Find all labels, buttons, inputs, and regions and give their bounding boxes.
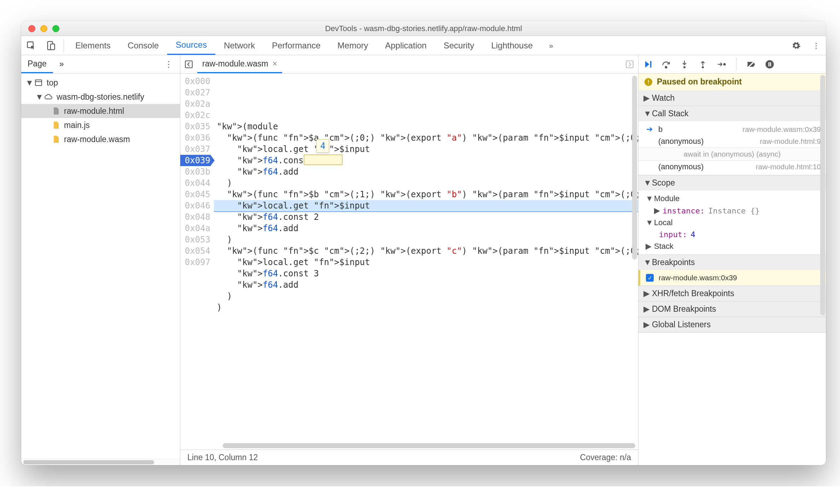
breakpoint-label: raw-module.wasm:0x39 <box>659 274 737 282</box>
section-xhr-header[interactable]: ▶XHR/fetch Breakpoints <box>638 286 826 301</box>
tree-top[interactable]: ▼ top <box>21 76 180 90</box>
chevron-down-icon: ▼ <box>25 78 30 88</box>
section-dom-header[interactable]: ▶DOM Breakpoints <box>638 301 826 317</box>
svg-rect-3 <box>35 80 42 86</box>
svg-rect-18 <box>648 83 649 84</box>
debugger-content: Paused on breakpoint ▶Watch ▼Call Stack … <box>638 74 826 465</box>
scope-local[interactable]: ▼Local <box>638 217 826 229</box>
sidebar-hscroll[interactable] <box>21 459 180 465</box>
device-toggle-icon[interactable] <box>41 41 61 51</box>
chevron-down-icon: ▼ <box>35 92 40 102</box>
section-callstack-header[interactable]: ▼Call Stack <box>638 106 826 121</box>
cloud-icon <box>44 92 53 101</box>
section-breakpoints: ▼Breakpoints ✓ raw-module.wasm:0x39 <box>638 255 826 286</box>
section-global-header[interactable]: ▶Global Listeners <box>638 317 826 332</box>
sidebar-tab-more-icon[interactable]: » <box>53 55 70 73</box>
debugger-panel: Paused on breakpoint ▶Watch ▼Call Stack … <box>638 55 826 465</box>
scope-module[interactable]: ▼Module <box>638 193 826 205</box>
svg-point-8 <box>665 66 667 68</box>
tab-lighthouse[interactable]: Lighthouse <box>483 36 541 55</box>
resume-icon[interactable] <box>642 59 653 70</box>
file-icon <box>51 106 60 116</box>
editor-hscroll[interactable] <box>180 442 638 450</box>
section-watch-header[interactable]: ▶Watch <box>638 90 826 106</box>
file-tabbar: raw-module.wasm × <box>180 55 638 74</box>
scope-instance[interactable]: ▶instance: Instance {} <box>638 205 826 217</box>
tab-console[interactable]: Console <box>119 36 167 55</box>
navigator-sidebar: Page » ⋮ ▼ top ▼ wasm-dbg-stories.netlif… <box>21 55 180 465</box>
file-icon <box>51 135 60 144</box>
section-watch: ▶Watch <box>638 90 826 106</box>
tree-file-js[interactable]: main.js <box>21 118 180 132</box>
section-xhr: ▶XHR/fetch Breakpoints <box>638 286 826 301</box>
breakpoint-checkbox[interactable]: ✓ <box>646 274 654 282</box>
svg-point-10 <box>702 66 704 68</box>
tab-sources[interactable]: Sources <box>167 36 215 55</box>
callstack-frame[interactable]: (anonymous) raw-module.html:9 <box>638 135 826 147</box>
section-callstack: ▼Call Stack ➔ b raw-module.wasm:0x39 (an… <box>638 106 826 175</box>
step-icon[interactable] <box>716 59 727 70</box>
debugger-vscroll[interactable] <box>820 75 825 464</box>
step-over-icon[interactable] <box>660 59 672 70</box>
callstack-frame[interactable]: ➔ b raw-module.wasm:0x39 <box>638 123 826 135</box>
inspect-icon[interactable] <box>21 41 41 51</box>
sidebar-tab-page[interactable]: Page <box>21 55 53 73</box>
tab-memory[interactable]: Memory <box>329 36 377 55</box>
section-dom: ▶DOM Breakpoints <box>638 301 826 317</box>
debugger-toolbar <box>638 55 826 74</box>
svg-rect-15 <box>770 62 771 66</box>
svg-rect-17 <box>648 80 649 83</box>
pause-exceptions-icon[interactable] <box>764 59 775 70</box>
code-editor[interactable]: 0x0000x0270x02a0x02c0x0350x0360x0370x039… <box>180 74 638 442</box>
svg-rect-2 <box>51 44 55 49</box>
callstack-frame[interactable]: (anonymous) raw-module.html:10 <box>638 161 826 173</box>
step-out-icon[interactable] <box>697 59 708 70</box>
tree-top-label: top <box>47 78 58 88</box>
section-breakpoints-header[interactable]: ▼Breakpoints <box>638 255 826 270</box>
tree-file-html[interactable]: raw-module.html <box>21 104 180 118</box>
step-into-icon[interactable] <box>679 59 690 70</box>
scope-local-var[interactable]: input: 4 <box>638 229 826 240</box>
tab-network[interactable]: Network <box>215 36 263 55</box>
tree-file-js-label: main.js <box>64 121 90 130</box>
tree-file-wasm[interactable]: raw-module.wasm <box>21 132 180 146</box>
close-tab-icon[interactable]: × <box>273 59 277 69</box>
tree-file-html-label: raw-module.html <box>64 106 124 116</box>
sidebar-tabs: Page » ⋮ <box>21 55 180 74</box>
svg-rect-5 <box>185 61 192 68</box>
sidebar-kebab-icon[interactable]: ⋮ <box>157 59 180 69</box>
tab-security[interactable]: Security <box>435 36 483 55</box>
tree-file-wasm-label: raw-module.wasm <box>64 135 130 144</box>
editor-vscroll[interactable] <box>632 76 637 440</box>
titlebar: DevTools - wasm-dbg-stories.netlify.app/… <box>21 21 826 36</box>
file-tab[interactable]: raw-module.wasm × <box>197 55 282 73</box>
code-lines[interactable]: "kw">(module "kw">(func "fn">$a "cm">(;0… <box>214 74 638 442</box>
editor-statusbar: Line 10, Column 12 Coverage: n/a <box>180 450 638 465</box>
tab-application[interactable]: Application <box>377 36 435 55</box>
window-title: DevTools - wasm-dbg-stories.netlify.app/… <box>21 24 826 33</box>
svg-rect-7 <box>650 61 652 68</box>
file-tree: ▼ top ▼ wasm-dbg-stories.netlify raw-mod… <box>21 74 180 459</box>
deactivate-breakpoints-icon[interactable] <box>746 59 757 70</box>
cursor-position: Line 10, Column 12 <box>187 453 258 462</box>
hover-value-tooltip: 4 <box>316 139 329 153</box>
hover-target-highlight <box>304 154 343 165</box>
scope-stack[interactable]: ▶Stack <box>638 240 826 252</box>
tree-domain[interactable]: ▼ wasm-dbg-stories.netlify <box>21 90 180 104</box>
section-scope-header[interactable]: ▼Scope <box>638 175 826 191</box>
more-tabs-icon[interactable]: » <box>541 41 561 50</box>
kebab-menu-icon[interactable]: ⋮ <box>806 41 826 50</box>
window-icon <box>34 78 43 87</box>
tab-performance[interactable]: Performance <box>263 36 329 55</box>
top-tabbar: Elements Console Sources Network Perform… <box>21 36 826 55</box>
settings-gear-icon[interactable] <box>786 41 806 50</box>
devtools-window: DevTools - wasm-dbg-stories.netlify.app/… <box>21 21 826 465</box>
gutter[interactable]: 0x0000x0270x02a0x02c0x0350x0360x0370x039… <box>180 74 214 442</box>
tab-elements[interactable]: Elements <box>67 36 119 55</box>
nav-back-icon[interactable] <box>180 60 197 69</box>
svg-rect-6 <box>626 61 633 68</box>
svg-point-11 <box>724 63 725 65</box>
breakpoint-row[interactable]: ✓ raw-module.wasm:0x39 <box>638 270 826 286</box>
nav-forward-icon[interactable] <box>621 60 638 69</box>
editor-pane: raw-module.wasm × 0x0000x0270x02a0x02c0x… <box>180 55 638 465</box>
